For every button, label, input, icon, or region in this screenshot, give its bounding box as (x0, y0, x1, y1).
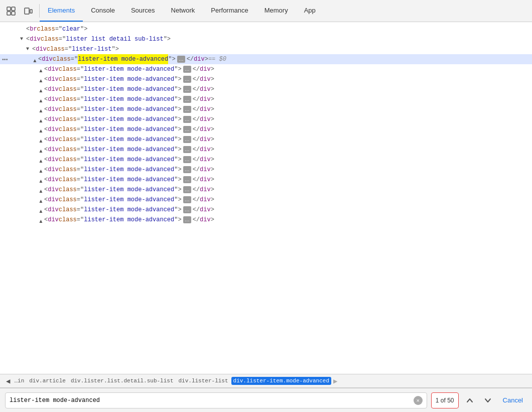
devtools-icon-buttons (0, 0, 39, 22)
dom-row-lister-item-4[interactable]: ▶ <div class="lister-item mode-advanced"… (0, 84, 532, 94)
ellipsis-dots-14[interactable]: … (183, 186, 191, 193)
ellipsis-dots-12[interactable]: … (183, 166, 191, 173)
ellipsis-dots-5[interactable]: … (183, 96, 191, 103)
breadcrumb-item-in[interactable]: …in (12, 377, 26, 385)
find-bar: × 1 of 50 Cancel (0, 388, 532, 412)
dots-menu-indicator: ••• (2, 54, 8, 64)
dom-row-lister-item-15[interactable]: ▶ <div class="lister-item mode-advanced"… (0, 195, 532, 205)
ellipsis-dots-6[interactable]: … (183, 106, 191, 113)
dom-row-lister-item-3[interactable]: ▶ <div class="lister-item mode-advanced"… (0, 74, 532, 84)
dom-row-lister-item-selected[interactable]: ••• ▶ <div class="lister-item mode-advan… (0, 54, 532, 64)
find-count-text: 1 of 50 (436, 397, 454, 404)
triangle-collapsed-icon-9[interactable]: ▶ (36, 136, 46, 143)
tab-app[interactable]: App (296, 0, 324, 22)
dom-row-lister-item-2[interactable]: ▶ <div class="lister-item mode-advanced"… (0, 64, 532, 74)
breadcrumb-nav-left[interactable]: ◀ (4, 376, 12, 386)
inspector-icon-btn[interactable] (4, 4, 18, 18)
dom-row-lister-item-12[interactable]: ▶ <div class="lister-item mode-advanced"… (0, 165, 532, 175)
triangle-open-icon-2[interactable]: ▼ (26, 44, 32, 54)
dom-row-lister-item-17[interactable]: ▶ <div class="lister-item mode-advanced"… (0, 215, 532, 225)
triangle-collapsed-icon-4[interactable]: ▶ (36, 86, 46, 92)
dom-row-lister-item-8[interactable]: ▶ <div class="lister-item mode-advanced"… (0, 124, 532, 134)
tab-memory[interactable]: Memory (256, 0, 296, 22)
dom-row-lister-item-13[interactable]: ▶ <div class="lister-item mode-advanced"… (0, 175, 532, 185)
tab-sources[interactable]: Sources (123, 0, 163, 22)
triangle-collapsed-icon-17[interactable]: ▶ (36, 217, 46, 223)
triangle-collapsed-icon-6[interactable]: ▶ (36, 106, 46, 112)
ellipsis-dots-16[interactable]: … (183, 206, 191, 213)
triangle-collapsed-icon-14[interactable]: ▶ (36, 187, 46, 193)
triangle-collapsed-icon-13[interactable]: ▶ (36, 177, 46, 183)
tab-console[interactable]: Console (83, 0, 123, 22)
dom-row-lister-item-11[interactable]: ▶ <div class="lister-item mode-advanced"… (0, 155, 532, 165)
find-input[interactable] (10, 397, 414, 404)
ellipsis-dots-13[interactable]: … (183, 176, 191, 183)
triangle-collapsed-icon-16[interactable]: ▶ (36, 207, 46, 213)
ellipsis-dots[interactable]: … (177, 56, 185, 63)
triangle-collapsed-icon-15[interactable]: ▶ (36, 197, 46, 203)
ellipsis-dots-8[interactable]: … (183, 126, 191, 133)
dom-row-lister-item-16[interactable]: ▶ <div class="lister-item mode-advanced"… (0, 205, 532, 215)
dom-row-lister-item-6[interactable]: ▶ <div class="lister-item mode-advanced"… (0, 104, 532, 114)
svg-rect-5 (30, 10, 32, 13)
svg-rect-0 (7, 7, 11, 11)
find-next-button[interactable] (481, 393, 495, 407)
ellipsis-dots-15[interactable]: … (183, 196, 191, 203)
triangle-collapsed-icon-7[interactable]: ▶ (36, 116, 46, 122)
find-cancel-button[interactable]: Cancel (499, 394, 527, 406)
dom-row-br[interactable]: <br class="clear"> (0, 24, 532, 34)
find-input-wrapper: × (5, 392, 427, 408)
triangle-collapsed-icon-2[interactable]: ▶ (36, 66, 46, 72)
svg-rect-1 (12, 7, 15, 11)
breadcrumb-nav-right[interactable]: ▶ (331, 376, 339, 386)
triangle-collapsed-icon-10[interactable]: ▶ (36, 147, 46, 153)
dom-row-lister-list-detail[interactable]: ▼ <div class="lister list detail sub-lis… (0, 34, 532, 44)
triangle-collapsed-icon-8[interactable]: ▶ (36, 126, 46, 132)
triangle-collapsed-icon-3[interactable]: ▶ (36, 76, 46, 82)
ellipsis-dots-3[interactable]: … (183, 76, 191, 83)
ellipsis-dots-10[interactable]: … (183, 146, 191, 153)
dom-row-lister-item-9[interactable]: ▶ <div class="lister-item mode-advanced"… (0, 134, 532, 145)
devtools-tab-bar: Elements Console Sources Network Perform… (0, 0, 532, 22)
ellipsis-dots-4[interactable]: … (183, 86, 191, 93)
triangle-collapsed-icon-12[interactable]: ▶ (36, 167, 46, 173)
ellipsis-dots-2[interactable]: … (183, 66, 191, 73)
svg-rect-4 (25, 8, 29, 14)
tab-performance[interactable]: Performance (203, 0, 256, 22)
triangle-collapsed-icon[interactable]: ▶ (30, 56, 40, 62)
breadcrumb-item-lister-list[interactable]: div.lister-list (177, 377, 230, 385)
dom-row-lister-item-5[interactable]: ▶ <div class="lister-item mode-advanced"… (0, 94, 532, 104)
ellipsis-dots-9[interactable]: … (183, 136, 191, 143)
tab-elements[interactable]: Elements (40, 0, 83, 22)
dom-row-lister-item-7[interactable]: ▶ <div class="lister-item mode-advanced"… (0, 114, 532, 124)
dom-row-lister-item-10[interactable]: ▶ <div class="lister-item mode-advanced"… (0, 145, 532, 155)
breadcrumb-item-lister-item[interactable]: div.lister-item.mode-advanced (231, 377, 331, 385)
find-clear-button[interactable]: × (414, 396, 423, 405)
elements-panel: <br class="clear"> ▼ <div class="lister … (0, 22, 532, 412)
ellipsis-dots-17[interactable]: … (183, 216, 191, 223)
breadcrumb-bar: ◀ …in div.article div.lister.list.detail… (0, 374, 532, 388)
ellipsis-dots-11[interactable]: … (183, 156, 191, 163)
dom-row-lister-item-14[interactable]: ▶ <div class="lister-item mode-advanced"… (0, 185, 532, 195)
triangle-collapsed-icon-5[interactable]: ▶ (36, 96, 46, 102)
dom-tree[interactable]: <br class="clear"> ▼ <div class="lister … (0, 22, 532, 374)
dom-row-lister-list[interactable]: ▼ <div class="lister-list"> (0, 44, 532, 54)
breadcrumb-item-sub-list[interactable]: div.lister.list.detail.sub-list (69, 377, 176, 385)
triangle-open-icon[interactable]: ▼ (20, 34, 26, 44)
find-prev-button[interactable] (463, 393, 477, 407)
svg-rect-2 (7, 12, 11, 15)
tab-network[interactable]: Network (163, 0, 203, 22)
device-icon-btn[interactable] (21, 4, 35, 18)
svg-rect-3 (12, 12, 15, 15)
find-count-box: 1 of 50 (431, 392, 459, 408)
triangle-collapsed-icon-11[interactable]: ▶ (36, 157, 46, 163)
breadcrumb-item-article[interactable]: div.article (27, 377, 68, 385)
ellipsis-dots-7[interactable]: … (183, 116, 191, 123)
